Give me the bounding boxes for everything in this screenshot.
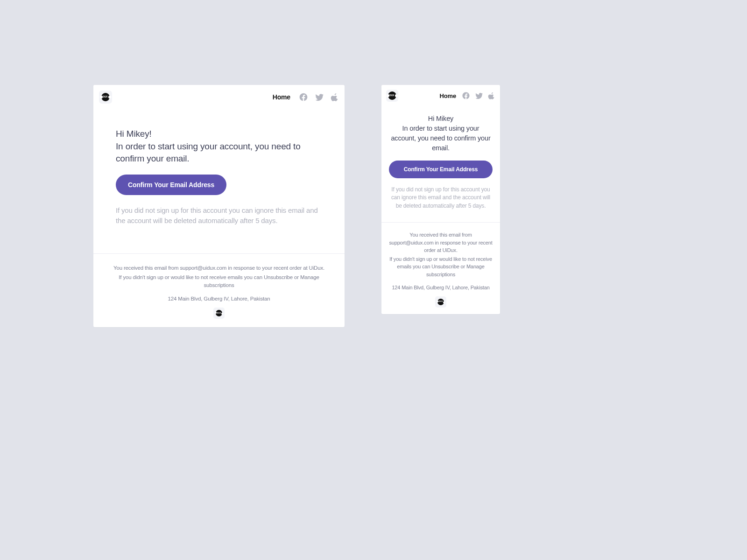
footer-line-2: If you didn't sign up or would like to n… — [389, 255, 493, 279]
twitter-icon[interactable] — [315, 92, 324, 102]
apple-icon[interactable] — [488, 91, 495, 100]
home-link[interactable]: Home — [440, 92, 456, 99]
footer-address: 124 Main Blvd, Gulberg IV, Lahore, Pakis… — [107, 295, 331, 303]
email-card-mobile: iDUX Home Hi MikeyIn order to start usin… — [381, 85, 500, 314]
social-icons — [299, 92, 339, 102]
email-body: Hi MikeyIn order to start using your acc… — [381, 102, 500, 222]
twitter-icon[interactable] — [475, 91, 483, 100]
footer: You received this email from support@uid… — [381, 222, 500, 314]
footer-address: 124 Main Blvd, Gulberg IV, Lahore, Pakis… — [389, 284, 493, 292]
header: iDUX Home — [381, 85, 500, 102]
header: iDUX Home — [93, 85, 345, 104]
logo[interactable]: iDUX — [99, 91, 112, 104]
disclaimer-text: If you did not sign up for this account … — [389, 186, 493, 210]
email-body: Hi Mikey!In order to start using your ac… — [93, 104, 345, 253]
confirm-email-button[interactable]: Confirm Your Email Address — [389, 161, 493, 178]
footer: You received this email from support@uid… — [93, 253, 345, 327]
social-icons — [462, 91, 495, 100]
greeting-text: Hi Mikey!In order to start using your ac… — [116, 128, 323, 165]
footer-line-2: If you didn't sign up or would like to n… — [107, 273, 331, 290]
disclaimer-text: If you did not sign up for this account … — [116, 205, 323, 226]
email-card-desktop: iDUX Home Hi Mikey!In order to start usi… — [93, 85, 345, 327]
home-link[interactable]: Home — [273, 93, 290, 101]
confirm-email-button[interactable]: Confirm Your Email Address — [116, 175, 226, 195]
footer-logo[interactable]: iDUX — [389, 296, 493, 308]
greeting-text: Hi MikeyIn order to start using your acc… — [389, 114, 493, 153]
nav: Home — [273, 92, 339, 102]
nav: Home — [440, 91, 495, 100]
footer-line-1: You received this email from support@uid… — [389, 231, 493, 254]
logo[interactable]: iDUX — [386, 90, 398, 102]
footer-logo[interactable]: iDUX — [107, 308, 331, 319]
facebook-icon[interactable] — [462, 91, 470, 100]
facebook-icon[interactable] — [299, 92, 308, 102]
apple-icon[interactable] — [331, 92, 339, 102]
footer-line-1: You received this email from support@uid… — [107, 264, 331, 272]
